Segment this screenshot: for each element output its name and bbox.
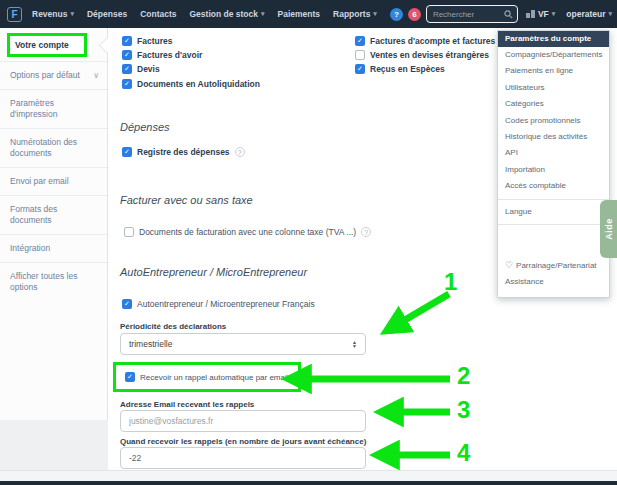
dropdown-item-parametres-du-compte[interactable]: Paramètres du compte: [498, 31, 609, 47]
sidebar-item-numerotation-documents[interactable]: Numérotation des documents: [0, 128, 107, 167]
email-rappels-input[interactable]: [129, 416, 357, 426]
building-icon: [526, 10, 535, 18]
sidebar-item-afficher-toutes-options[interactable]: Afficher toutes les options: [0, 262, 107, 301]
sidebar-item-parametres-impression[interactable]: Paramètres d'impression: [0, 89, 107, 128]
sidebar-item-options-par-defaut[interactable]: Options par défaut ∨: [0, 61, 107, 89]
checkbox-checked-icon[interactable]: [122, 64, 132, 74]
dropdown-item-importation[interactable]: Importation: [498, 162, 609, 178]
email-rappels-label: Adresse Email recevant les rappels: [120, 400, 254, 409]
aide-tab[interactable]: Aide: [600, 200, 617, 258]
checkbox-checked-icon[interactable]: [122, 50, 132, 60]
chevron-down-icon: ▾: [261, 10, 265, 18]
checkbox-recus-especes[interactable]: Reçus en Espèces: [355, 64, 445, 74]
checkbox-checked-icon[interactable]: [355, 36, 365, 46]
nav-item-depenses[interactable]: Dépenses: [87, 9, 127, 19]
menu-divider: [498, 224, 609, 225]
dropdown-item-compagnies-departements[interactable]: Compagnies/Départements: [498, 47, 609, 63]
top-navbar: F Revenus ▾ Dépenses Contacts Gestion de…: [0, 0, 617, 28]
footer-strip: [0, 470, 617, 481]
help-icon[interactable]: [235, 147, 245, 157]
checkbox-unchecked-icon[interactable]: [355, 50, 365, 60]
checkbox-factures-avoir[interactable]: Factures d'avoir: [122, 50, 202, 60]
help-icon[interactable]: [361, 227, 371, 237]
dropdown-item-utilisateurs[interactable]: Utilisateurs: [498, 80, 609, 96]
chevron-down-icon: ∨: [93, 70, 99, 81]
checkbox-factures[interactable]: Factures: [122, 36, 172, 46]
checkbox-devis[interactable]: Devis: [122, 64, 160, 74]
checkbox-rappel-email[interactable]: Recevoir un rappel automatique par email: [140, 373, 289, 382]
sidebar-item-integration[interactable]: Intégration: [0, 234, 107, 262]
nav-item-contacts[interactable]: Contacts: [140, 9, 176, 19]
dropdown-item-paiements-en-ligne[interactable]: Paiements en ligne: [498, 63, 609, 79]
periodicite-select[interactable]: trimestrielle ▲▼: [120, 333, 366, 355]
dropdown-item-codes-promotionnels[interactable]: Codes promotionnels: [498, 113, 609, 129]
section-title-autoentrepreneur: AutoEntrepreneur / MicroEntrepreneur: [120, 266, 307, 278]
delai-rappels-label: Quand recevoir les rappels (en nombre de…: [120, 437, 366, 446]
checkbox-checked-icon[interactable]: [122, 36, 132, 46]
periodicite-label: Périodicité des déclarations: [120, 322, 226, 331]
nav-item-revenus[interactable]: Revenus ▾: [32, 9, 74, 19]
bottom-bar: [0, 481, 617, 485]
checkbox-checked-icon[interactable]: [122, 147, 132, 157]
settings-dropdown-menu: Paramètres du compte Compagnies/Départem…: [497, 30, 610, 298]
checkbox-checked-icon[interactable]: [122, 299, 132, 309]
chevron-down-icon: ▾: [552, 10, 556, 18]
search-box[interactable]: [426, 5, 518, 23]
checkbox-checked-icon[interactable]: [355, 64, 365, 74]
search-icon: [504, 10, 513, 19]
search-input[interactable]: [433, 10, 504, 19]
sidebar-item-formats-documents[interactable]: Formats des documents: [0, 195, 107, 234]
menu-spacer: [498, 229, 609, 257]
help-icon[interactable]: [390, 8, 403, 21]
company-switcher[interactable]: VF ▾: [526, 9, 555, 19]
rappel-annotation-box: Recevoir un rappel automatique par email: [113, 362, 301, 392]
nav-item-rapports[interactable]: Rapports ▾: [333, 9, 377, 19]
nav-item-paiements[interactable]: Paiements: [278, 9, 321, 19]
notification-badge[interactable]: 6: [408, 8, 421, 21]
checkbox-documents-autoliquidation[interactable]: Documents en Autoliquidation: [122, 79, 260, 89]
chevron-down-icon: ▾: [608, 10, 612, 18]
dropdown-item-categories[interactable]: Catégories: [498, 96, 609, 112]
checkbox-checked-icon[interactable]: [122, 79, 132, 89]
select-spinner-icon: ▲▼: [352, 340, 357, 348]
dropdown-item-assistance[interactable]: Assistance: [498, 274, 609, 290]
checkbox-colonne-taxe[interactable]: Documents de facturation avec une colonn…: [124, 227, 371, 237]
sidebar-item-votre-compte[interactable]: Votre compte: [7, 33, 87, 57]
email-rappels-field-wrap: [120, 410, 366, 432]
checkbox-checked-icon[interactable]: [125, 372, 135, 382]
chevron-down-icon: ▾: [70, 10, 74, 18]
dropdown-item-api[interactable]: API: [498, 145, 609, 161]
section-title-taxe: Facturer avec ou sans taxe: [120, 194, 253, 206]
dropdown-item-parrainage-partenariat[interactable]: ♡Parrainage/Partenariat: [498, 257, 609, 274]
chevron-down-icon: ▾: [373, 10, 377, 18]
app-logo[interactable]: F: [7, 7, 22, 22]
settings-sidebar: Votre compte Options par défaut ∨ Paramè…: [0, 28, 108, 420]
dropdown-item-langue[interactable]: Langue: [498, 204, 609, 220]
nav-item-gestion-de-stock[interactable]: Gestion de stock ▾: [190, 9, 265, 19]
dropdown-item-acces-comptable[interactable]: Accès comptable: [498, 178, 609, 194]
heart-icon: ♡: [505, 260, 513, 270]
user-menu[interactable]: operateur ▾: [566, 9, 612, 19]
delai-rappels-field-wrap: [120, 447, 366, 469]
checkbox-autoentrepreneur[interactable]: Autoentrepreneur / Microentrepreneur Fra…: [122, 299, 315, 309]
sidebar-item-envoi-par-email[interactable]: Envoi par email: [0, 167, 107, 195]
menu-divider: [498, 199, 609, 200]
checkbox-ventes-devises[interactable]: Ventes en devises étrangères: [355, 50, 489, 60]
dropdown-item-historique-activites[interactable]: Historique des activités: [498, 129, 609, 145]
section-title-depenses: Dépenses: [120, 121, 170, 133]
checkbox-registre-depenses[interactable]: Registre des dépenses: [122, 147, 245, 157]
delai-rappels-input[interactable]: [129, 453, 357, 463]
checkbox-unchecked-icon[interactable]: [124, 227, 134, 237]
